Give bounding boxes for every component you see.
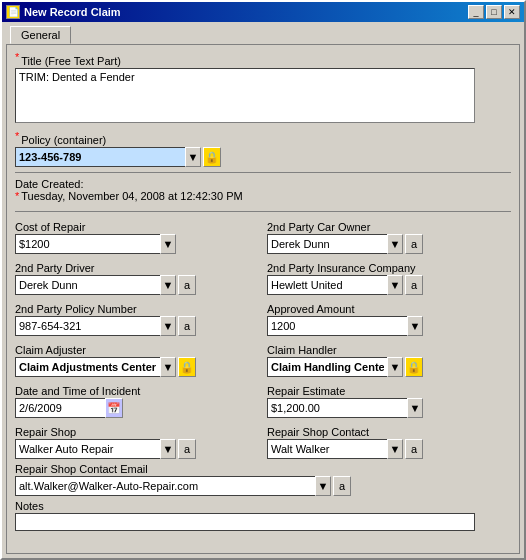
window-title: New Record Claim bbox=[24, 6, 121, 18]
policy-dropdown-btn[interactable]: ▼ bbox=[185, 147, 201, 167]
policy2-input[interactable] bbox=[15, 316, 160, 336]
notes-input[interactable] bbox=[15, 513, 475, 531]
adjuster-label: Claim Adjuster bbox=[15, 344, 259, 356]
maximize-button[interactable]: □ bbox=[486, 5, 502, 19]
approved-combo: ▼ bbox=[267, 316, 511, 336]
owner-input[interactable] bbox=[267, 234, 387, 254]
adjuster-dropdown-btn[interactable]: ▼ bbox=[160, 357, 176, 377]
driver-icon-btn[interactable]: a bbox=[178, 275, 196, 295]
col-date-incident: Date and Time of Incident 📅 bbox=[15, 381, 259, 418]
window-icon: 📄 bbox=[6, 5, 20, 19]
col-repair-estimate: Repair Estimate ▼ bbox=[267, 381, 511, 418]
close-button[interactable]: ✕ bbox=[504, 5, 520, 19]
date-incident-label: Date and Time of Incident bbox=[15, 385, 259, 397]
date-incident-input[interactable] bbox=[15, 398, 105, 418]
col-approved: Approved Amount ▼ bbox=[267, 299, 511, 336]
window-body: General * Title (Free Text Part) TRIM: D… bbox=[2, 22, 524, 558]
approved-label: Approved Amount bbox=[267, 303, 511, 315]
notes-label: Notes bbox=[15, 500, 511, 512]
row-adjuster-handler: Claim Adjuster ▼ 🔒 Claim Handler ▼ 🔒 bbox=[15, 340, 511, 377]
col-owner: 2nd Party Car Owner ▼ a bbox=[267, 217, 511, 254]
title-bar-left: 📄 New Record Claim bbox=[6, 5, 121, 19]
content-area: * Title (Free Text Part) TRIM: Dented a … bbox=[6, 44, 520, 554]
repair-estimate-dropdown-btn[interactable]: ▼ bbox=[407, 398, 423, 418]
row-shop-contact: Repair Shop ▼ a Repair Shop Contact ▼ a bbox=[15, 422, 511, 459]
shop-contact-input[interactable] bbox=[267, 439, 387, 459]
policy-combo: ▼ 🔒 bbox=[15, 147, 511, 167]
title-bar: 📄 New Record Claim _ □ ✕ bbox=[2, 2, 524, 22]
repair-estimate-combo: ▼ bbox=[267, 398, 511, 418]
shop-icon-btn[interactable]: a bbox=[178, 439, 196, 459]
insurance-combo: ▼ a bbox=[267, 275, 511, 295]
tab-general[interactable]: General bbox=[10, 26, 71, 44]
title-bar-buttons: _ □ ✕ bbox=[468, 5, 520, 19]
shop-input[interactable] bbox=[15, 439, 160, 459]
title-textarea[interactable]: TRIM: Dented a Fender bbox=[15, 68, 475, 123]
adjuster-input[interactable] bbox=[15, 357, 160, 377]
owner-combo: ▼ a bbox=[267, 234, 511, 254]
driver-label: 2nd Party Driver bbox=[15, 262, 259, 274]
col-handler: Claim Handler ▼ 🔒 bbox=[267, 340, 511, 377]
shop-dropdown-btn[interactable]: ▼ bbox=[160, 439, 176, 459]
email-field-section: Repair Shop Contact Email ▼ a bbox=[15, 463, 511, 496]
shop-contact-label: Repair Shop Contact bbox=[267, 426, 511, 438]
tab-bar: General bbox=[2, 22, 524, 44]
email-input[interactable] bbox=[15, 476, 315, 496]
policy-input[interactable] bbox=[15, 147, 185, 167]
title-field-row: * Title (Free Text Part) bbox=[15, 51, 511, 68]
policy-field-row: * Policy (container) bbox=[15, 130, 511, 147]
title-input-container: TRIM: Dented a Fender bbox=[15, 68, 511, 125]
email-icon-btn[interactable]: a bbox=[333, 476, 351, 496]
shop-combo: ▼ a bbox=[15, 439, 259, 459]
date-created-row: * Tuesday, November 04, 2008 at 12:42:30… bbox=[15, 190, 511, 206]
email-label: Repair Shop Contact Email bbox=[15, 463, 511, 475]
row-date-estimate: Date and Time of Incident 📅 Repair Estim… bbox=[15, 381, 511, 418]
insurance-input[interactable] bbox=[267, 275, 387, 295]
driver-input[interactable] bbox=[15, 275, 160, 295]
policy-label: Policy (container) bbox=[21, 134, 106, 146]
row-driver-insurance: 2nd Party Driver ▼ a 2nd Party Insurance… bbox=[15, 258, 511, 295]
owner-dropdown-btn[interactable]: ▼ bbox=[387, 234, 403, 254]
cost-dropdown-btn[interactable]: ▼ bbox=[160, 234, 176, 254]
shop-contact-dropdown-btn[interactable]: ▼ bbox=[387, 439, 403, 459]
policy-icon-btn[interactable]: 🔒 bbox=[203, 147, 221, 167]
col-shop-contact: Repair Shop Contact ▼ a bbox=[267, 422, 511, 459]
minimize-button[interactable]: _ bbox=[468, 5, 484, 19]
cost-input[interactable] bbox=[15, 234, 160, 254]
driver-combo: ▼ a bbox=[15, 275, 259, 295]
policy2-dropdown-btn[interactable]: ▼ bbox=[160, 316, 176, 336]
col-shop: Repair Shop ▼ a bbox=[15, 422, 259, 459]
row-cost-owner: Cost of Repair ▼ 2nd Party Car Owner ▼ a bbox=[15, 217, 511, 254]
adjuster-icon-btn[interactable]: 🔒 bbox=[178, 357, 196, 377]
policy2-icon-btn[interactable]: a bbox=[178, 316, 196, 336]
row-policy-approved: 2nd Party Policy Number ▼ a Approved Amo… bbox=[15, 299, 511, 336]
divider-1 bbox=[15, 172, 511, 173]
date-created-value: Tuesday, November 04, 2008 at 12:42:30 P… bbox=[21, 190, 242, 202]
insurance-dropdown-btn[interactable]: ▼ bbox=[387, 275, 403, 295]
email-dropdown-btn[interactable]: ▼ bbox=[315, 476, 331, 496]
policy-required-star: * bbox=[15, 130, 19, 142]
insurance-icon-btn[interactable]: a bbox=[405, 275, 423, 295]
date-created-label: Date Created: bbox=[15, 178, 511, 190]
title-label: Title (Free Text Part) bbox=[21, 55, 121, 67]
col-insurance: 2nd Party Insurance Company ▼ a bbox=[267, 258, 511, 295]
calendar-btn[interactable]: 📅 bbox=[105, 398, 123, 418]
handler-input[interactable] bbox=[267, 357, 387, 377]
approved-input[interactable] bbox=[267, 316, 407, 336]
insurance-label: 2nd Party Insurance Company bbox=[267, 262, 511, 274]
owner-label: 2nd Party Car Owner bbox=[267, 221, 511, 233]
handler-dropdown-btn[interactable]: ▼ bbox=[387, 357, 403, 377]
approved-dropdown-btn[interactable]: ▼ bbox=[407, 316, 423, 336]
divider-2 bbox=[15, 211, 511, 212]
cost-combo: ▼ bbox=[15, 234, 259, 254]
shop-contact-icon-btn[interactable]: a bbox=[405, 439, 423, 459]
driver-dropdown-btn[interactable]: ▼ bbox=[160, 275, 176, 295]
shop-contact-combo: ▼ a bbox=[267, 439, 511, 459]
repair-estimate-input[interactable] bbox=[267, 398, 407, 418]
adjuster-combo: ▼ 🔒 bbox=[15, 357, 259, 377]
handler-icon-btn[interactable]: 🔒 bbox=[405, 357, 423, 377]
owner-icon-btn[interactable]: a bbox=[405, 234, 423, 254]
cost-label: Cost of Repair bbox=[15, 221, 259, 233]
main-window: 📄 New Record Claim _ □ ✕ General * Title… bbox=[0, 0, 526, 560]
col-driver: 2nd Party Driver ▼ a bbox=[15, 258, 259, 295]
